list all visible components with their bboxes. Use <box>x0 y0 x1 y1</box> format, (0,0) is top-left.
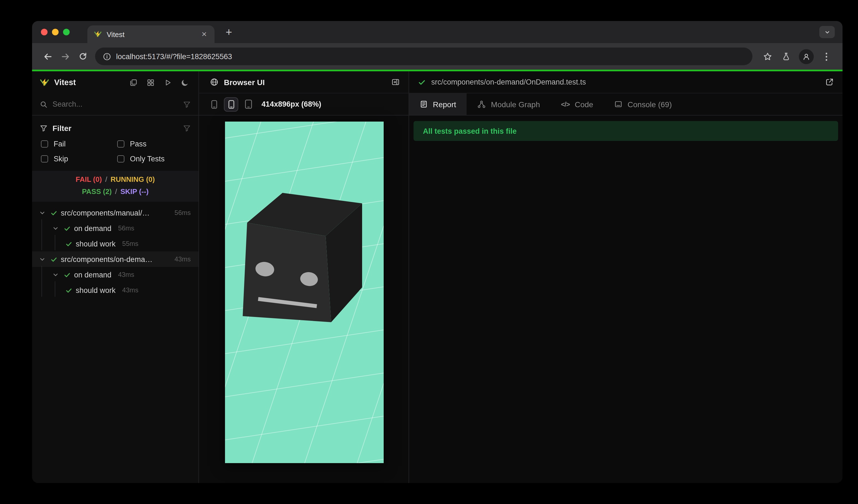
address-toolbar: localhost:5173/#/?file=1828625563 ⋮ <box>32 43 843 70</box>
vitest-favicon <box>94 30 102 38</box>
fail-count: FAIL (0) <box>76 175 102 183</box>
check-icon <box>49 255 58 264</box>
skip-count: SKIP (--) <box>121 188 149 196</box>
test-case-name: should work <box>76 240 115 248</box>
test-suite-name: on demand <box>74 271 111 279</box>
app-content: Vitest <box>32 71 843 483</box>
search-icon <box>40 100 48 108</box>
report-panel: src/components/on-demand/OnDemand.test.t… <box>409 71 843 483</box>
filter-options: Fail Pass Skip Only Tests <box>40 140 191 163</box>
search-row <box>32 93 198 115</box>
test-tree: src/components/manual/… 56ms on demand 5… <box>32 202 198 483</box>
profile-avatar-icon[interactable] <box>799 49 814 64</box>
test-duration: 43ms <box>122 286 139 294</box>
test-duration: 56ms <box>174 209 191 217</box>
device-viewport-area <box>199 115 409 483</box>
zoom-window-button[interactable] <box>63 29 70 35</box>
open-file-path[interactable]: src/components/on-demand/OnDemand.test.t… <box>431 78 820 86</box>
new-tab-button[interactable]: + <box>221 24 237 40</box>
test-duration: 55ms <box>122 240 139 248</box>
sidebar-header: Vitest <box>32 71 198 93</box>
tab-close-icon[interactable]: × <box>199 29 209 40</box>
test-file-row[interactable]: src/components/manual/… 56ms <box>32 205 198 221</box>
open-in-editor-icon[interactable] <box>825 78 834 86</box>
dark-mode-moon-icon[interactable] <box>178 76 191 88</box>
test-file-row[interactable]: src/components/on-dema… 43ms <box>32 251 198 267</box>
tab-code[interactable]: </> Code <box>551 93 604 115</box>
close-window-button[interactable] <box>41 29 48 35</box>
report-tabs: Report Module Graph </> Code <box>409 93 843 115</box>
tested-app-iframe[interactable] <box>225 121 384 463</box>
checkbox-icon[interactable] <box>117 140 124 148</box>
browser-ui-panel: Browser UI 414x896px <box>199 71 409 483</box>
test-duration: 43ms <box>118 271 134 278</box>
test-suite-row[interactable]: on demand 56ms <box>32 221 198 236</box>
3d-cube-scene <box>225 121 384 463</box>
filter-label: Skip <box>54 155 68 163</box>
tab-console[interactable]: Console (69) <box>604 93 682 115</box>
tab-bar: Vitest × + <box>32 21 843 43</box>
forward-button[interactable] <box>57 48 74 65</box>
checkbox-icon[interactable] <box>117 155 124 162</box>
browser-tab-vitest[interactable]: Vitest × <box>88 26 214 43</box>
tab-label: Report <box>433 100 456 109</box>
viewport-resolution-label: 414x896px (68%) <box>261 100 321 108</box>
collapse-panels-icon[interactable] <box>127 76 139 88</box>
device-phone-small-icon[interactable] <box>211 100 218 109</box>
run-all-play-icon[interactable] <box>161 76 174 88</box>
test-suite-row[interactable]: on demand 43ms <box>32 267 198 282</box>
filter-toggle-icon[interactable] <box>183 100 191 108</box>
minimize-window-button[interactable] <box>52 29 59 35</box>
filter-label: Fail <box>54 140 66 148</box>
url-text: localhost:5173/#/?file=1828625563 <box>116 52 232 61</box>
funnel-icon <box>40 124 48 132</box>
filter-title: Filter <box>52 124 71 133</box>
test-case-row[interactable]: should work 43ms <box>32 282 198 298</box>
tab-report[interactable]: Report <box>409 93 466 115</box>
filter-checkbox-fail[interactable]: Fail <box>41 140 117 148</box>
open-in-panel-icon[interactable] <box>392 78 400 86</box>
check-icon <box>64 286 73 295</box>
filter-checkbox-only-tests[interactable]: Only Tests <box>117 155 191 163</box>
code-icon: </> <box>561 100 570 108</box>
checkbox-icon[interactable] <box>41 155 48 162</box>
browser-panel-title: Browser UI <box>224 78 265 86</box>
vitest-logo-icon <box>40 78 49 87</box>
dashboard-grid-icon[interactable] <box>144 76 157 88</box>
back-button[interactable] <box>39 48 57 65</box>
tab-search-chevron-button[interactable] <box>819 26 835 38</box>
banner-text: All tests passed in this file <box>423 127 517 135</box>
module-graph-icon <box>477 100 486 109</box>
site-info-icon[interactable] <box>103 52 111 61</box>
bookmark-star-icon[interactable] <box>758 48 777 65</box>
checkbox-icon[interactable] <box>41 140 48 148</box>
chevron-down-icon[interactable] <box>51 224 60 233</box>
filter-checkbox-pass[interactable]: Pass <box>117 140 191 148</box>
device-tablet-icon[interactable] <box>244 99 253 109</box>
experiments-flask-icon[interactable] <box>777 48 796 65</box>
tab-label: Console (69) <box>627 100 672 109</box>
report-body: All tests passed in this file <box>409 115 843 483</box>
browser-menu-icon[interactable]: ⋮ <box>817 48 836 65</box>
check-icon <box>64 239 73 248</box>
chevron-down-icon[interactable] <box>37 255 46 264</box>
chevron-down-icon[interactable] <box>51 270 60 279</box>
chevron-down-icon[interactable] <box>37 208 46 217</box>
filter-label: Pass <box>130 140 146 148</box>
tab-module-graph[interactable]: Module Graph <box>466 93 550 115</box>
filter-checkbox-skip[interactable]: Skip <box>41 155 117 163</box>
report-doc-icon <box>419 100 428 108</box>
reload-button[interactable] <box>74 48 92 65</box>
all-tests-passed-banner: All tests passed in this file <box>414 121 838 141</box>
device-phone-selected-button[interactable] <box>224 97 238 111</box>
file-pass-check-icon <box>418 78 426 86</box>
address-bar[interactable]: localhost:5173/#/?file=1828625563 <box>95 48 752 65</box>
test-case-row[interactable]: should work 55ms <box>32 236 198 251</box>
clear-filter-icon[interactable] <box>183 124 191 132</box>
browser-window: Vitest × + localho <box>32 21 843 483</box>
test-duration: 56ms <box>118 224 134 232</box>
console-icon <box>614 100 622 108</box>
sidebar: Vitest <box>32 71 199 483</box>
search-input[interactable] <box>52 100 178 108</box>
test-case-name: should work <box>76 286 115 294</box>
